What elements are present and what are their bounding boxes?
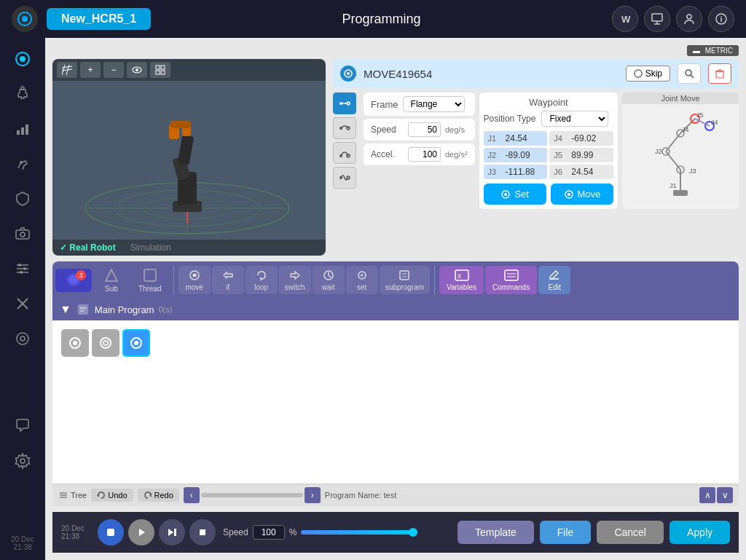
template-button[interactable]: Template xyxy=(458,521,534,544)
frame-select[interactable]: Flange xyxy=(403,96,465,112)
svg-rect-108 xyxy=(78,304,88,315)
sidebar-item-camera[interactable] xyxy=(7,218,38,249)
edit-panel-btn[interactable]: Edit xyxy=(538,266,570,294)
prog-node-move2[interactable] xyxy=(122,329,150,357)
top-bar: New_HCR5_1 Programming W i xyxy=(0,0,746,38)
nav-prev-button[interactable]: ‹ xyxy=(184,487,200,503)
svg-point-27 xyxy=(20,336,25,341)
speed-thumb xyxy=(409,528,417,537)
simulation-tab[interactable]: Simulation xyxy=(130,242,171,253)
prog-cmd-wait[interactable]: wait xyxy=(313,266,345,294)
move-button[interactable]: Move xyxy=(551,184,613,205)
record-button[interactable] xyxy=(98,519,124,545)
cmd-tab-sub[interactable]: Sub xyxy=(93,264,130,296)
accel-unit: deg/s² xyxy=(445,150,468,159)
program-nav: ‹ › xyxy=(184,487,321,503)
svg-line-55 xyxy=(691,75,694,78)
svg-rect-99 xyxy=(400,271,409,280)
sidebar-item-home[interactable] xyxy=(7,44,38,74)
svg-text:J5: J5 xyxy=(696,111,704,119)
move-type-j[interactable] xyxy=(333,117,356,139)
subprogram-cmd-icon xyxy=(398,269,411,282)
redo-icon xyxy=(144,491,152,500)
move-type-c[interactable] xyxy=(333,167,356,189)
undo-button[interactable]: Undo xyxy=(91,489,133,502)
tree-icon xyxy=(58,490,68,500)
move-type-l[interactable] xyxy=(333,92,356,114)
speed-footer-input[interactable]: 100 xyxy=(253,525,285,540)
svg-point-11 xyxy=(21,87,24,90)
svg-rect-48 xyxy=(178,135,195,165)
nav-next-button[interactable]: › xyxy=(305,487,321,503)
cmd-tab-main[interactable]: 3 xyxy=(55,269,92,292)
sidebar-item-circle[interactable] xyxy=(7,323,38,354)
sidebar-item-arm[interactable] xyxy=(7,149,38,179)
sidebar-item-chat[interactable] xyxy=(7,411,38,441)
prog-up-button[interactable]: ∧ xyxy=(699,487,715,503)
svg-point-113 xyxy=(101,338,111,348)
w-icon-btn[interactable]: W xyxy=(612,6,638,32)
speed-fill xyxy=(301,530,417,535)
set-button[interactable]: Set xyxy=(484,184,546,205)
svg-rect-3 xyxy=(652,14,662,21)
commands-panel-btn[interactable]: Commands xyxy=(485,266,537,294)
prog-cmd-set[interactable]: set xyxy=(346,266,378,294)
svg-rect-104 xyxy=(505,270,518,280)
real-robot-tab[interactable]: ✓ Real Robot xyxy=(60,242,116,253)
command-toolbar: 3 Sub Thread xyxy=(52,261,739,299)
edit-icon xyxy=(548,269,561,282)
right-panel: MOVE419654 Skip xyxy=(333,59,739,256)
speed-footer-control: Speed 100 % xyxy=(223,525,417,540)
svg-text:J4: J4 xyxy=(711,119,718,126)
sidebar-item-chart[interactable] xyxy=(7,114,38,144)
play-button[interactable] xyxy=(128,519,154,545)
step-icon xyxy=(166,527,178,538)
tree-button[interactable]: Tree xyxy=(58,490,87,500)
prog-node-circle[interactable] xyxy=(61,329,89,357)
svg-rect-51 xyxy=(170,121,191,128)
robot-name: New_HCR5_1 xyxy=(47,8,151,30)
accel-input[interactable]: 100 xyxy=(408,147,441,162)
delete-button[interactable] xyxy=(708,63,731,84)
program-expand-icon[interactable]: ▼ xyxy=(60,303,71,316)
prog-cmd-if[interactable]: if xyxy=(212,266,244,294)
cmd-tab-thread[interactable]: Thread xyxy=(131,264,169,296)
skip-button[interactable]: Skip xyxy=(626,66,670,82)
user-icon-btn[interactable] xyxy=(676,6,702,32)
prog-down-button[interactable]: ∨ xyxy=(717,487,733,503)
prog-cmd-move[interactable]: move xyxy=(178,266,211,294)
sidebar-item-shield[interactable] xyxy=(7,184,38,214)
sidebar-item-robot[interactable] xyxy=(7,79,38,109)
prog-cmd-switch[interactable]: switch xyxy=(279,266,311,294)
apply-button[interactable]: Apply xyxy=(670,521,730,544)
accel-label: Accel. xyxy=(371,149,404,159)
search-button[interactable] xyxy=(678,63,701,84)
position-type-select[interactable]: Fixed Variable xyxy=(541,111,608,127)
svg-point-6 xyxy=(687,15,691,19)
file-button[interactable]: File xyxy=(540,521,592,544)
svg-point-21 xyxy=(18,264,21,267)
monitor-icon-btn[interactable] xyxy=(644,6,670,32)
redo-button[interactable]: Redo xyxy=(138,489,179,502)
speed-bar[interactable] xyxy=(301,530,417,535)
variables-panel-btn[interactable]: x Variables xyxy=(439,266,484,294)
joint-J1: J1 24.54 xyxy=(484,131,548,146)
waypoint-title: Waypoint xyxy=(484,97,613,108)
svg-point-73 xyxy=(568,193,570,196)
sub-tab-label: Sub xyxy=(105,285,118,293)
stop-button[interactable] xyxy=(189,519,216,545)
step-forward-button[interactable] xyxy=(159,519,185,545)
date-time-display: 20 Dec 21:38 xyxy=(8,532,37,554)
sidebar-item-settings[interactable] xyxy=(7,446,38,476)
prog-cmd-subprogram[interactable]: subprogram xyxy=(380,266,430,294)
sidebar-item-x[interactable] xyxy=(7,288,38,319)
prog-node-move1[interactable] xyxy=(92,329,119,357)
sidebar-item-tune[interactable] xyxy=(7,253,38,284)
move-type-a[interactable] xyxy=(333,142,356,164)
cancel-button[interactable]: Cancel xyxy=(597,521,664,544)
info-icon-btn[interactable]: i xyxy=(708,6,734,32)
prog-cmd-loop[interactable]: loop xyxy=(246,266,278,294)
commands-icon xyxy=(503,269,519,282)
speed-input[interactable]: 50 xyxy=(408,122,441,137)
speed-unit: deg/s xyxy=(445,125,465,134)
